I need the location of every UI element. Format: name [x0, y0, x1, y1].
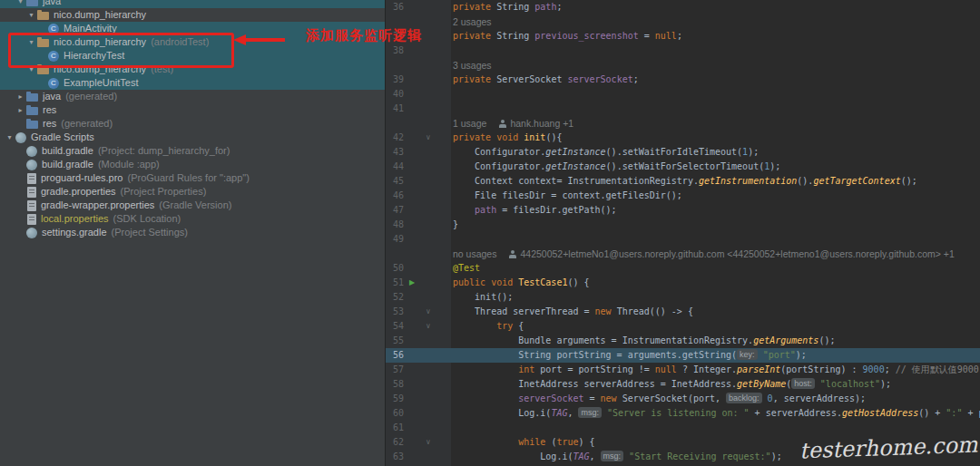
author-hint[interactable]: 44250052+letmeNo1@users.noreply.github.c… — [520, 248, 954, 259]
author-hint[interactable]: hank.huang +1 — [510, 118, 573, 129]
usages-count[interactable]: no usages — [453, 248, 496, 259]
code-line-62[interactable]: 62∨ while (true) { — [386, 435, 980, 450]
code-line-58[interactable]: 58 InetAddress serverAddress = InetAddre… — [386, 377, 980, 392]
code-line-56[interactable]: 56 String portString = arguments.getStri… — [386, 348, 980, 363]
code-line-53[interactable]: 53∨ Thread serverThread = new Thread(() … — [386, 305, 980, 319]
code-editor[interactable]: 36private String path;2 usages37private … — [386, 0, 980, 466]
code-line-37[interactable]: 37private String previous_screenshot = n… — [386, 29, 980, 44]
code-token: "localhost" — [820, 379, 880, 389]
code-line-42[interactable]: 42∨private void init(){ — [386, 131, 980, 145]
gutter-markers — [404, 160, 453, 174]
tree-item-label: java — [43, 0, 61, 8]
code-line-43[interactable]: 43 Configurator.getInstance().setWaitFor… — [386, 145, 980, 160]
code-token: ); — [769, 161, 780, 171]
code-token: + serverAddress. — [750, 408, 842, 418]
chevron-right-icon[interactable]: ▸ — [15, 90, 26, 103]
tree-item-exampleunittest[interactable]: ExampleUnitTest — [0, 76, 385, 90]
tree-item-gradle-properties[interactable]: gradle.properties(Project Properties) — [0, 185, 385, 199]
chevron-down-icon[interactable]: ▾ — [25, 63, 37, 76]
tree-item-mainactivity[interactable]: MainActivity — [0, 22, 385, 35]
code-line-61[interactable]: 61 — [386, 421, 980, 435]
tree-item-res[interactable]: res(generated) — [0, 117, 385, 131]
code-token — [453, 364, 518, 374]
code-token: path — [534, 2, 556, 12]
tree-item-gradle-wrapper-properties[interactable]: gradle-wrapper.properties(Gradle Version… — [0, 199, 385, 212]
fold-icon[interactable]: ∨ — [426, 305, 431, 319]
code-token: ":" — [946, 408, 962, 418]
fold-icon[interactable]: ∨ — [426, 131, 431, 145]
code-token: ); — [748, 147, 759, 157]
code-line-50[interactable]: 50@Test — [386, 261, 980, 276]
code-token: private — [453, 74, 496, 84]
code-token: getTargetContext — [813, 176, 900, 186]
code-line-59[interactable]: 59 serverSocket = new ServerSocket(port,… — [386, 392, 980, 406]
chevron-right-icon[interactable]: ▸ — [15, 103, 26, 117]
code-token: port = portString != — [534, 364, 654, 374]
usages-count[interactable]: 3 usages — [453, 60, 492, 71]
code-token: parseInt — [737, 364, 780, 374]
tree-item-gradle-scripts[interactable]: ▾Gradle Scripts — [0, 131, 385, 144]
tree-item-label: nico.dump_hierarchy — [54, 35, 146, 49]
inlay-hint-row[interactable]: 2 usages — [386, 15, 980, 29]
inlay-hint-row[interactable]: 3 usages — [386, 58, 980, 73]
usages-count[interactable]: 2 usages — [453, 16, 492, 27]
tree-item-proguard-rules-pro[interactable]: proguard-rules.pro(ProGuard Rules for ":… — [0, 171, 385, 185]
code-line-60[interactable]: 60 Log.i(TAG, msg: "Server is listening … — [386, 406, 980, 421]
usages-count[interactable]: 1 usage — [453, 118, 486, 129]
code-token: getInstance — [545, 147, 605, 157]
package-icon — [37, 66, 49, 74]
code-line-47[interactable]: 47 path = filesDir.getPath(); — [386, 203, 980, 218]
code-line-39[interactable]: 39private ServerSocket serverSocket; — [386, 73, 980, 87]
code-line-55[interactable]: 55 Bundle arguments = InstrumentationReg… — [386, 334, 980, 348]
gradle-icon — [26, 146, 37, 157]
line-number: 63 — [387, 450, 404, 464]
tree-item-nico-dump-hierarchy[interactable]: ▾nico.dump_hierarchy — [0, 8, 385, 22]
code-line-44[interactable]: 44 Configurator.getInstance().setWaitFor… — [386, 160, 980, 174]
chevron-down-icon[interactable]: ▾ — [15, 0, 26, 8]
gutter-markers — [404, 450, 453, 464]
code-line-45[interactable]: 45 Context context= InstrumentationRegis… — [386, 174, 980, 189]
line-number: 43 — [387, 145, 404, 160]
code-line-40[interactable]: 40 — [386, 87, 980, 102]
code-line-52[interactable]: 52 init(); — [386, 290, 980, 305]
chevron-down-icon[interactable]: ▾ — [4, 131, 15, 144]
code-line-41[interactable]: 41 — [386, 102, 980, 116]
code-line-54[interactable]: 54∨ try { — [386, 319, 980, 334]
tree-item-build-gradle[interactable]: build.gradle(Project: dump_hierarchy_for… — [0, 144, 385, 158]
code-line-38[interactable]: 38 — [386, 44, 980, 58]
tree-item-local-properties[interactable]: local.properties(SDK Location) — [0, 212, 385, 226]
code-line-57[interactable]: 57 int port = portString != null ? Integ… — [386, 363, 980, 377]
tree-item-java[interactable]: ▾java — [0, 0, 385, 8]
code-token: (){ — [545, 132, 562, 142]
gutter-markers — [404, 0, 453, 15]
code-line-36[interactable]: 36private String path; — [386, 0, 980, 15]
code-line-63[interactable]: 63 Log.i(TAG, msg: "Start Receiving requ… — [386, 450, 980, 464]
code-text: public void TestCase1() { — [453, 276, 980, 290]
fold-icon[interactable]: ∨ — [426, 319, 431, 334]
code-token: getByName — [737, 379, 786, 389]
code-line-49[interactable]: 49 — [386, 232, 980, 247]
file-icon — [27, 173, 36, 184]
line-number: 36 — [387, 0, 404, 15]
fold-icon[interactable]: ∨ — [426, 435, 431, 450]
usages-hint: 2 usages — [453, 15, 980, 29]
line-number: 53 — [387, 305, 404, 319]
tree-item-settings-gradle[interactable]: settings.gradle(Project Settings) — [0, 226, 385, 239]
code-line-48[interactable]: 48} — [386, 218, 980, 232]
chevron-down-icon[interactable]: ▾ — [25, 8, 37, 22]
code-line-51[interactable]: 51▶public void TestCase1() { — [386, 276, 980, 290]
tree-item-res[interactable]: ▸res — [0, 103, 385, 117]
code-token: @Test — [453, 263, 480, 273]
tree-item-nico-dump-hierarchy[interactable]: ▾nico.dump_hierarchy(androidTest) — [0, 35, 385, 49]
tree-item-nico-dump-hierarchy[interactable]: ▾nico.dump_hierarchy(test) — [0, 63, 385, 76]
inlay-hint-row[interactable]: no usages44250052+letmeNo1@users.noreply… — [386, 247, 980, 261]
tree-item-label: local.properties — [41, 212, 109, 226]
code-line-46[interactable]: 46 File filesDir = context.getFilesDir()… — [386, 189, 980, 203]
chevron-down-icon[interactable]: ▾ — [25, 35, 37, 49]
code-token: "port" — [763, 350, 796, 360]
tree-item-build-gradle[interactable]: build.gradle(Module :app) — [0, 158, 385, 171]
run-test-icon[interactable]: ▶ — [409, 276, 415, 290]
inlay-hint-row[interactable]: 1 usagehank.huang +1 — [386, 116, 980, 131]
tree-item-java[interactable]: ▸java(generated) — [0, 90, 385, 103]
tree-item-hierarchytest[interactable]: HierarchyTest — [0, 49, 385, 63]
